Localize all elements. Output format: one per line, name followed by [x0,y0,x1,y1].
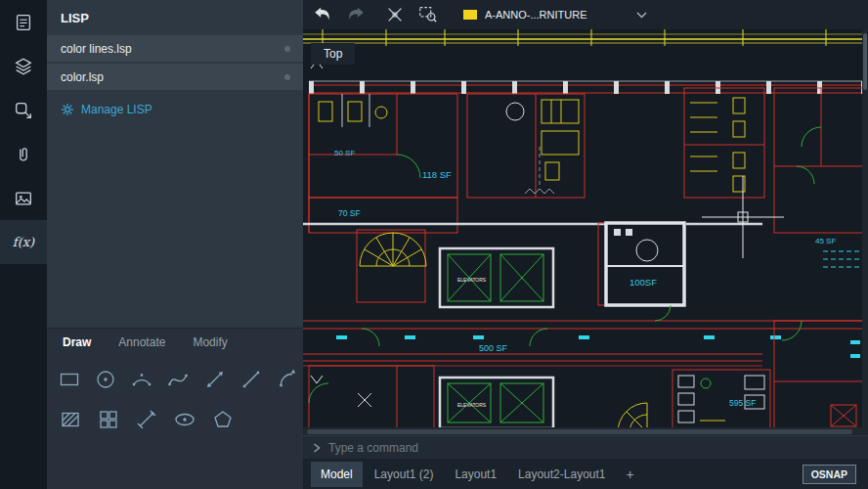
svg-text:118 SF: 118 SF [422,169,452,180]
fx-icon: f(x) [13,235,34,249]
circle-tool-button[interactable] [90,364,121,395]
spline-tool-button[interactable] [162,364,194,395]
file-status-dot [284,46,290,52]
drawing-canvas[interactable]: ELEVATORS [303,29,868,435]
tool-row-1 [47,355,303,395]
fixtures-upper-middle [542,100,579,180]
sheets-icon [13,12,34,33]
lisp-file-name: color.lsp [61,70,104,84]
area-labels: 50 SF 118 SF 70 SF 100SF 45 SF 500 SF 59… [334,149,836,408]
hatched-shaft [831,405,856,426]
file-status-dot [284,74,290,80]
osnap-toggle[interactable]: OSNAP [803,465,856,484]
chevron-down-icon [311,376,323,383]
h-scrollbar-thumb[interactable] [307,429,852,434]
blocks-button[interactable] [0,88,47,132]
measure-tool-button[interactable] [199,364,231,395]
ellipse-tool-button[interactable] [168,404,201,435]
images-button[interactable] [0,176,47,220]
core-shaft [598,223,684,305]
door-markers-right [850,340,860,358]
trim-button[interactable] [383,3,407,26]
tool-row-2 [47,395,303,435]
trim-icon [384,4,406,25]
side-panel: LISP color lines.lsp color.lsp [47,0,303,489]
layer-dropdown[interactable]: A-ANNO-...RNITURE [463,9,647,21]
manage-lisp-label: Manage LISP [81,103,152,116]
grid-lines [303,29,868,46]
block-tool-button[interactable] [92,404,125,435]
command-input-placeholder[interactable]: Type a command [328,441,418,455]
dimension-tool-button[interactable] [130,404,163,435]
redo-icon [345,4,367,25]
lisp-panel-title: LISP [47,0,303,35]
polygon-tool-button[interactable] [206,404,239,435]
partitions-upper-left [342,94,369,127]
rooms-lower-right [774,321,864,432]
image-icon [13,188,34,209]
ellipse-icon [173,408,196,431]
circle-icon [94,368,117,391]
lisp-file-name: color lines.lsp [61,42,132,56]
svg-text:50 SF: 50 SF [334,149,355,157]
sheets-button[interactable] [0,0,47,44]
dimension-icon [135,408,158,431]
layout-tab-bar: Model Layout1 (2) Layout1 Layout2-Layout… [303,459,868,489]
line-tool-button[interactable] [236,364,267,395]
hatch-icon [59,408,82,431]
x-mark [358,393,371,407]
curve-tool-button[interactable] [272,364,303,395]
manage-lisp-button[interactable]: Manage LISP [47,92,303,127]
rectangle-icon [58,368,81,391]
svg-text:45 SF: 45 SF [815,237,836,245]
rooms-upper-left [309,94,457,233]
tab-annotate[interactable]: Annotate [105,329,179,355]
hatch-tool-button[interactable] [54,404,87,435]
lisp-file-row[interactable]: color.lsp [47,64,303,90]
layer-color-swatch [463,10,477,20]
gear-icon [61,103,74,116]
lisp-panel: LISP color lines.lsp color.lsp [47,0,303,328]
fixtures-upper-left [319,102,387,121]
elevators-label: ELEVATORS [457,277,487,283]
left-rail: f(x) [0,0,47,489]
svg-text:70 SF: 70 SF [338,208,361,218]
tab-layout1-2[interactable]: Layout1 (2) [365,462,444,487]
elevators-top: ELEVATORS [440,248,553,307]
arc-icon [130,368,153,391]
rectangle-tool-button[interactable] [54,364,85,395]
command-bar[interactable]: Type a command [303,435,868,459]
break-symbol [525,189,554,194]
add-layout-button[interactable]: + [618,463,643,486]
exterior-wall [309,81,868,233]
double-arrow-icon [203,368,227,391]
prompt-chevron-icon [313,443,321,453]
spline-icon [166,368,190,391]
floor-plan-drawing: ELEVATORS [303,29,868,435]
attachment-icon [13,144,34,165]
tab-layout1[interactable]: Layout1 [445,462,506,487]
view-cube-top-button[interactable]: Top [311,43,355,65]
tab-modify[interactable]: Modify [179,329,240,355]
polygon-icon [211,408,235,431]
xref-button[interactable] [0,132,47,176]
redo-button[interactable] [344,3,368,26]
blocks-icon [13,100,34,121]
undo-icon [312,4,333,25]
layers-button[interactable] [0,44,47,88]
block-icon [97,408,120,431]
lisp-button[interactable]: f(x) [0,220,47,264]
v-scrollbar-thumb[interactable] [863,33,867,90]
tab-draw[interactable]: Draw [49,329,105,355]
zoom-window-button[interactable] [416,3,440,26]
corridor-doors [362,305,671,346]
undo-button[interactable] [311,3,334,26]
lisp-file-row[interactable]: color lines.lsp [47,35,303,62]
tab-model[interactable]: Model [311,462,363,487]
arc-arrow-icon [276,368,299,391]
arc-tool-button[interactable] [126,364,157,395]
v-scrollbar-track[interactable] [862,29,868,435]
elevators-label: ELEVATORS [457,402,487,408]
draw-tools-panel: Draw Annotate Modify [47,328,303,489]
tab-layout2-layout1[interactable]: Layout2-Layout1 [508,462,615,487]
